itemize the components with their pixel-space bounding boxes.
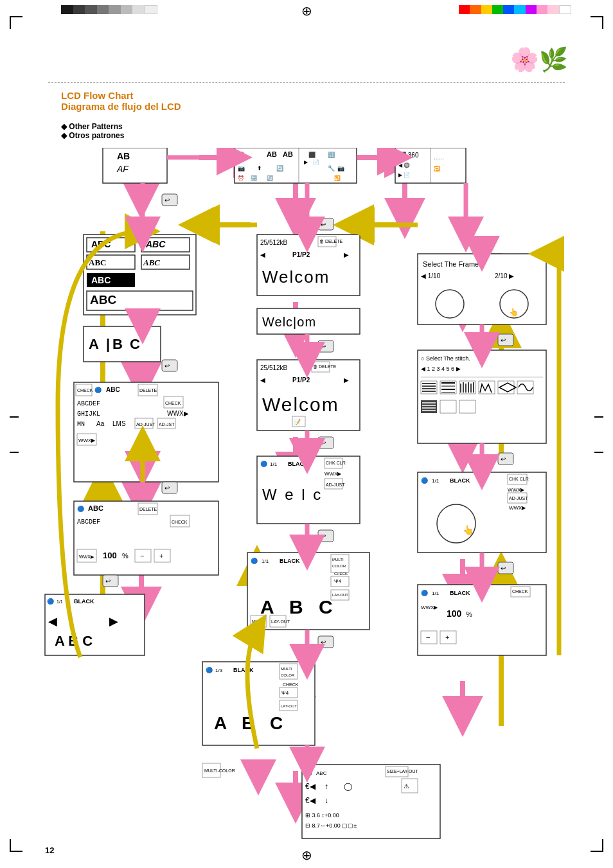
svg-text:AD-JUST: AD-JUST	[326, 483, 345, 487]
svg-text:AD-JUST: AD-JUST	[509, 496, 528, 500]
svg-text:🔵: 🔵	[251, 557, 258, 565]
svg-text:MULTI: MULTI	[332, 558, 344, 562]
svg-text:−: −	[426, 633, 430, 641]
swatch-r2	[470, 5, 481, 14]
svg-text:A: A	[89, 336, 99, 352]
svg-text:⚠: ⚠	[404, 783, 409, 790]
svg-text:100: 100	[447, 608, 462, 619]
svg-text:◯: ◯	[344, 782, 352, 791]
svg-text:Welc|om: Welc|om	[262, 315, 316, 329]
svg-text:|: |	[106, 336, 110, 352]
svg-text:1/1: 1/1	[270, 461, 278, 467]
swatch-r3	[481, 5, 492, 14]
svg-text:Aa: Aa	[96, 420, 105, 427]
page-number: 12	[45, 846, 54, 855]
svg-text:CHK CLR: CHK CLR	[326, 461, 346, 465]
svg-text:1/3: 1/3	[215, 668, 223, 673]
svg-text:↩: ↩	[321, 343, 326, 350]
svg-text:25/512kB: 25/512kB	[260, 239, 288, 246]
svg-text:🔵: 🔵	[305, 769, 313, 777]
svg-text:◀: ◀	[260, 251, 265, 258]
svg-text:MULTI: MULTI	[281, 667, 292, 671]
svg-text:100: 100	[103, 551, 117, 560]
svg-text:🔵: 🔵	[77, 505, 85, 513]
svg-text:○ Select The stitch.: ○ Select The stitch.	[421, 355, 470, 362]
svg-text:🦁: 🦁	[238, 151, 245, 159]
svg-text:Select The Frame.: Select The Frame.	[423, 260, 481, 268]
svg-text:⬆: ⬆	[257, 165, 262, 172]
svg-text:🔵: 🔵	[260, 460, 268, 468]
svg-text:MULTI: MULTI	[252, 619, 265, 624]
svg-text:CHK CLR: CHK CLR	[509, 477, 529, 481]
corner-tl	[10, 16, 22, 29]
svg-text:1/1: 1/1	[57, 599, 63, 604]
svg-rect-197	[418, 350, 546, 443]
svg-text:↩: ↩	[164, 197, 170, 204]
svg-text:↑: ↑	[324, 782, 328, 791]
svg-text:ABC: ABC	[90, 293, 116, 306]
svg-text:⋯⋯: ⋯⋯	[434, 156, 444, 162]
svg-text:👆: 👆	[509, 307, 519, 317]
svg-text:◀: ◀	[260, 376, 265, 384]
svg-text:↩: ↩	[164, 362, 170, 369]
svg-text:🔵: 🔵	[47, 598, 55, 605]
svg-text:◀ 1  2  3  4  5  6 ▶: ◀ 1 2 3 4 5 6 ▶	[421, 366, 461, 372]
swatch-b3	[85, 5, 97, 14]
svg-text:BLACK: BLACK	[74, 598, 94, 605]
svg-text:▶: ▶	[304, 159, 308, 165]
svg-text:BLACK: BLACK	[288, 461, 308, 467]
subtitle-area: ◆ Other Patterns ◆ Otros patrones	[61, 122, 124, 140]
swatch-r5	[503, 5, 514, 14]
corner-tr	[591, 16, 603, 29]
svg-text:🔁: 🔁	[334, 175, 341, 181]
svg-text:LAY-OUT: LAY-OUT	[281, 704, 297, 708]
svg-text:🗑 DELETE: 🗑 DELETE	[319, 239, 343, 244]
svg-text:CHECK: CHECK	[334, 572, 348, 576]
svg-text:CHECK: CHECK	[512, 589, 528, 594]
svg-text:LMS: LMS	[112, 420, 126, 427]
top-bar-right	[459, 5, 571, 14]
svg-text:W e l c: W e l c	[262, 486, 323, 503]
svg-text:ABC: ABC	[106, 386, 120, 393]
svg-text:📄: 📄	[313, 159, 319, 165]
svg-text:1/1: 1/1	[432, 478, 440, 484]
swatch-r7	[526, 5, 537, 14]
side-line-left	[10, 416, 19, 418]
side-line-right2	[594, 452, 603, 453]
dashed-separator	[48, 82, 565, 83]
svg-text:WWX▶: WWX▶	[79, 554, 94, 559]
svg-text:🔧: 🔧	[328, 164, 335, 172]
svg-text:AD-JUST: AD-JUST	[136, 422, 155, 427]
svg-text:↩: ↩	[501, 565, 506, 572]
svg-text:WWX▶: WWX▶	[167, 410, 189, 417]
svg-text:1/1: 1/1	[262, 558, 269, 564]
svg-text:🔢: 🔢	[328, 151, 335, 159]
svg-text:⬛: ⬛	[308, 151, 316, 159]
svg-text:ABC: ABC	[145, 239, 166, 249]
swatch-b2	[73, 5, 85, 14]
svg-text:WWX▶: WWX▶	[509, 505, 526, 511]
svg-text:↩: ↩	[321, 221, 326, 228]
svg-text:↩: ↩	[321, 533, 326, 540]
svg-text:MN: MN	[77, 421, 85, 428]
svg-text:WWX▶: WWX▶	[78, 438, 96, 443]
svg-text:📷: 📷	[337, 164, 345, 172]
bottom-registration-mark: ⊕	[301, 847, 312, 863]
svg-text:1/1: 1/1	[432, 590, 440, 596]
svg-text:P1/P2: P1/P2	[292, 376, 310, 384]
swatch-b4	[97, 5, 109, 14]
deco-pattern: 🌸🌿	[510, 48, 571, 87]
svg-text:🔵: 🔵	[206, 666, 213, 674]
svg-text:Welcom: Welcom	[262, 394, 339, 415]
svg-text:↩: ↩	[105, 578, 111, 585]
svg-text:BLACK: BLACK	[450, 477, 470, 484]
svg-text:↩: ↩	[501, 337, 506, 344]
swatch-r1	[459, 5, 470, 14]
svg-text:Ψ4: Ψ4	[281, 690, 289, 696]
svg-text:⬛ 360: ⬛ 360	[398, 151, 419, 159]
svg-text:€◀: €◀	[305, 796, 316, 805]
svg-text:COLOR: COLOR	[281, 673, 295, 677]
svg-text:↩: ↩	[321, 439, 326, 447]
svg-text:BLACK: BLACK	[450, 590, 470, 596]
corner-br	[591, 839, 603, 852]
